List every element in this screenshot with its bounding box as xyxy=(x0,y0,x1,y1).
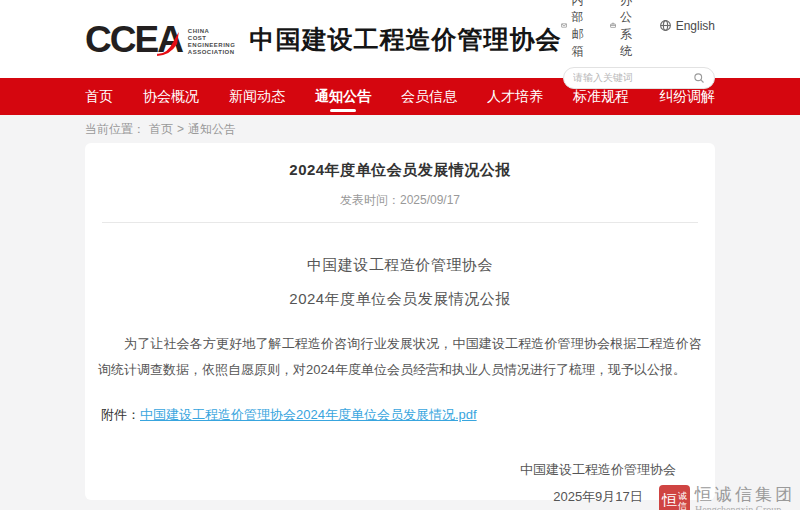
internal-mail-label: 内部邮箱 xyxy=(571,0,594,60)
nav-item-members[interactable]: 会员信息 xyxy=(401,78,457,115)
nav-item-standards[interactable]: 标准规程 xyxy=(573,78,629,115)
logo-swoosh-icon xyxy=(154,31,184,57)
office-system-label: 办公系统 xyxy=(620,0,643,60)
signature-block: 中国建设工程造价管理协会 2025年9月17日 xyxy=(520,456,676,510)
nav-item-training[interactable]: 人才培养 xyxy=(487,78,543,115)
breadcrumb-home-link[interactable]: 首页 xyxy=(149,121,173,138)
doc-paragraph: 为了让社会各方更好地了解工程造价咨询行业发展状况，中国建设工程造价管理协会根据工… xyxy=(98,331,702,383)
main-nav: 首页 协会概况 新闻动态 通知公告 会员信息 人才培养 标准规程 纠纷调解 xyxy=(0,78,800,115)
nav-item-about[interactable]: 协会概况 xyxy=(143,78,199,115)
logo-acronym: CCEA xyxy=(85,21,182,58)
english-link[interactable]: English xyxy=(659,0,715,60)
seal-char-left: 恒 xyxy=(662,493,677,508)
site-title: 中国建设工程造价管理协会 xyxy=(249,23,561,56)
signature-org: 中国建设工程造价管理协会 xyxy=(520,456,676,483)
breadcrumb: 当前位置： 首页 > 通知公告 xyxy=(0,115,800,143)
article-title: 2024年度单位会员发展情况公报 xyxy=(98,161,702,180)
watermark-name-en: Hengchengxin Group xyxy=(695,504,795,510)
article-meta: 发表时间：2025/09/17 xyxy=(98,192,702,209)
site-header: CCEA CHINA COST ENGINEERING ASSOCIATION … xyxy=(0,0,800,78)
article-divider xyxy=(102,222,698,223)
office-system-link[interactable]: 办公系统 xyxy=(610,0,643,60)
nav-item-home[interactable]: 首页 xyxy=(85,78,113,115)
english-label: English xyxy=(676,19,715,33)
nav-item-notices[interactable]: 通知公告 xyxy=(315,78,371,115)
seal-char-top: 诚 xyxy=(678,491,687,501)
globe-icon xyxy=(659,19,672,32)
nav-item-mediation[interactable]: 纠纷调解 xyxy=(659,78,715,115)
logo-acronym-prefix: CCE xyxy=(85,21,157,58)
logo-subtext: CHINA COST ENGINEERING ASSOCIATION xyxy=(188,22,236,56)
article-meta-label: 发表时间： xyxy=(340,193,400,207)
hengchengxin-seal-icon: 恒 诚 信 xyxy=(659,485,690,510)
site-logo[interactable]: CCEA CHINA COST ENGINEERING ASSOCIATION … xyxy=(85,21,561,58)
briefcase-icon xyxy=(610,19,616,32)
nav-item-news[interactable]: 新闻动态 xyxy=(229,78,285,115)
article-meta-date: 2025/09/17 xyxy=(400,193,460,207)
watermark-name: 恒诚信集团 xyxy=(695,486,795,504)
breadcrumb-separator: > xyxy=(177,122,184,136)
internal-mail-link[interactable]: 内部邮箱 xyxy=(561,0,594,60)
breadcrumb-label: 当前位置： xyxy=(85,121,145,138)
attachment-label: 附件： xyxy=(101,407,140,422)
header-utilities: 内部邮箱 办公系统 English xyxy=(561,0,715,89)
mail-icon xyxy=(561,19,567,32)
attachment-pdf-link[interactable]: 中国建设工程造价管理协会2024年度单位会员发展情况.pdf xyxy=(140,407,477,422)
doc-title-line: 2024年度单位会员发展情况公报 xyxy=(98,290,702,309)
seal-char-bottom: 信 xyxy=(678,501,687,510)
breadcrumb-current-link[interactable]: 通知公告 xyxy=(188,121,236,138)
hengchengxin-watermark: 恒 诚 信 恒诚信集团 Hengchengxin Group xyxy=(659,485,795,510)
article-card: 2024年度单位会员发展情况公报 发表时间：2025/09/17 中国建设工程造… xyxy=(85,143,715,500)
signature-date: 2025年9月17日 xyxy=(520,483,676,510)
doc-org-line: 中国建设工程造价管理协会 xyxy=(98,256,702,275)
attachment-row: 附件：中国建设工程造价管理协会2024年度单位会员发展情况.pdf xyxy=(98,406,702,424)
